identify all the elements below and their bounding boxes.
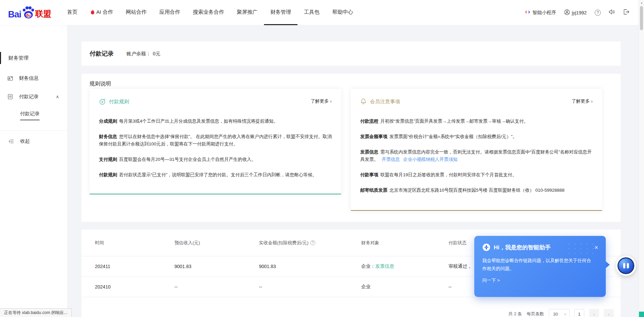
nav-item-search-cooperation[interactable]: 搜索业务合作 [186, 0, 230, 25]
invoice-info-table-link[interactable]: 发票信息 [375, 263, 394, 269]
help-button[interactable]: ? [595, 10, 601, 16]
member-notes-more-link[interactable]: 了解更多› [572, 98, 593, 104]
nav-item-finance-management[interactable]: 财务管理 [264, 0, 298, 25]
page-button-1[interactable]: 1 [574, 309, 584, 317]
cell-target: 企业 [361, 284, 448, 290]
coin-icon [99, 98, 106, 105]
note-invoice-info: 发票信息需与系统内发票信息内容完全一致，否则无法支付。请根据发票信息页面中“百度… [360, 148, 593, 163]
note-payment-flow: 付款流程月初按“发票信息”页面开具发票→上传发票→邮寄发票→审核→确认支付。 [360, 118, 593, 125]
ask-now-link[interactable]: 问一下 > [482, 277, 598, 283]
sidebar-item-payment-records[interactable]: 付款记录 ∧ [0, 93, 67, 100]
note-payment-matter: 付款事项联盟在每月19日之后签收的发票，付款时间安排在下个月首批支付。 [360, 171, 593, 179]
column-actual-amount: 实收金额(扣除税费后/元) ? [259, 240, 361, 246]
assistant-title: Hi，我是您的智能助手 [494, 244, 551, 251]
logout-button[interactable] [623, 9, 629, 16]
column-finance-target: 财务对象 [361, 240, 448, 246]
prev-page-button[interactable]: ‹ [589, 309, 599, 317]
payment-rules-card-title: 付款规则 [109, 99, 129, 105]
payment-rules-more-link[interactable]: 了解更多› [311, 98, 332, 104]
flame-icon [90, 9, 95, 15]
page-title: 付款记录 [90, 50, 114, 58]
nav-item-home[interactable]: 首页 [61, 0, 84, 25]
sidebar-item-finance-info[interactable]: 财务信息 [0, 75, 67, 81]
assistant-popup: Hi，我是您的智能助手 ✕ 我会帮助您诊断合作链路问题，以及解答您关于任何合作相… [474, 236, 606, 297]
page-scrollbar[interactable]: ▲ [639, 0, 644, 317]
cell-actual: 9001.83 [259, 264, 361, 269]
user-icon [564, 9, 570, 16]
announcement-button[interactable] [609, 9, 615, 16]
payment-rules-card: 付款规则 了解更多› 分成规则每月第3或4个工作日产出上月分成信息及发票信息，如… [90, 89, 341, 194]
balance-value: 0元 [153, 51, 161, 56]
top-navigation: Bai du 联盟 首页 AI 合作 网站合作 应用合作 搜索业务合作 聚屏推广… [0, 0, 639, 25]
rule-payment-status: 付款规则若付款状态显示“已支付”，说明联盟已安排了您的付款。支付后三个工作日内到… [99, 171, 332, 179]
member-notes-card: 会员注意事项 了解更多› 付款流程月初按“发票信息”页面开具发票→上传发票→邮寄… [351, 89, 602, 211]
cell-estimated: 9001.83 [174, 264, 259, 269]
cell-estimated: -- [174, 284, 259, 290]
assistant-popup-arrow [606, 261, 610, 268]
invoice-info-link[interactable]: 开票信息 [382, 157, 400, 162]
nav-item-help-center[interactable]: 帮助中心 [326, 0, 359, 25]
cell-time: 202411 [95, 264, 174, 269]
cell-time: 202410 [95, 284, 174, 290]
total-count: 共 2 条 [508, 311, 522, 317]
sidebar-divider [0, 130, 67, 131]
account-balance: 账户余额：0元 [126, 51, 160, 57]
compass-icon [482, 243, 490, 251]
note-invoice-amount: 发票金额事项发票票面“价税合计”金额=系统中“实收金额（扣除税费后/元）”。 [360, 133, 593, 140]
logout-icon [623, 9, 629, 16]
assistant-popup-header: Hi，我是您的智能助手 ✕ [482, 243, 598, 251]
column-estimated-income: 预估收入(元) [174, 240, 259, 246]
collapse-icon [8, 139, 14, 144]
nav-item-ai-cooperation[interactable]: AI 合作 [84, 0, 119, 25]
user-account[interactable]: jyj1992 [564, 9, 587, 16]
chevron-right-icon: › [591, 99, 593, 104]
small-taxpayer-link[interactable]: 企业小规模纳税人开票须知 [403, 157, 458, 162]
nav-item-website-cooperation[interactable]: 网站合作 [119, 0, 153, 25]
logo-text-union: 联盟 [35, 8, 51, 19]
next-page-button[interactable]: › [604, 309, 614, 317]
main-menu: 首页 AI 合作 网站合作 应用合作 搜索业务合作 聚屏推广 财务管理 工具包 … [61, 0, 359, 25]
sidebar-subitem-payment-records[interactable]: 付款记录 [0, 111, 67, 120]
rule-share: 分成规则每月第3或4个工作日产出上月分成信息及发票信息，如有特殊情况将提前通知。 [99, 118, 332, 125]
sidebar-collapse-button[interactable]: 收起 [0, 138, 67, 144]
payment-rules-card-header: 付款规则 了解更多› [99, 98, 332, 105]
baidu-union-logo[interactable]: Bai du 联盟 [8, 6, 51, 20]
logo-text-du: du [26, 13, 31, 18]
robot-face-icon [618, 257, 634, 274]
nav-right-tools: 智能小程序 jyj1992 ? [525, 9, 629, 16]
cell-actual: -- [259, 284, 361, 290]
column-time: 时间 [95, 240, 174, 246]
member-notes-card-title: 会员注意事项 [370, 99, 400, 105]
question-icon: ? [595, 10, 601, 16]
pagination: 共 2 条 每页条数 30 ∨ 1 ‹ › [508, 309, 614, 317]
close-icon[interactable]: ✕ [594, 245, 598, 251]
page-header-panel: 付款记录 账户余额：0元 [82, 42, 621, 66]
nav-item-toolkit[interactable]: 工具包 [298, 0, 326, 25]
rules-panel: 规则说明 付款规则 了解更多› 分成规则每月第3或4个工作日产出上月分成信息及发… [82, 74, 621, 222]
baidu-paw-icon: du [21, 6, 35, 20]
mini-program-icon [525, 9, 531, 16]
finance-info-icon [7, 75, 13, 81]
chevron-up-icon[interactable]: ∧ [56, 94, 59, 99]
nav-item-screen-promotion[interactable]: 聚屏推广 [230, 0, 264, 25]
bell-icon [360, 98, 367, 105]
assistant-message: 我会帮助您诊断合作链路问题，以及解答您关于任何合作相关的问题。 [482, 257, 593, 273]
rule-pay: 支付规则百度联盟会在每月20号—31号支付企业会员上个自然月产生的收入。 [99, 156, 332, 163]
note-mail-invoice: 邮寄纸质发票北京市海淀区西北旺东路10号院百度科技园5号楼 百度联盟财务组（收）… [360, 187, 593, 194]
nav-item-app-cooperation[interactable]: 应用合作 [153, 0, 186, 25]
rules-title: 规则说明 [90, 80, 621, 87]
scrollbar-corner-accent [639, 312, 644, 317]
select-caret-icon: ∨ [564, 312, 567, 316]
info-icon[interactable]: ? [310, 240, 315, 245]
assistant-avatar-button[interactable] [616, 256, 636, 276]
browser-status-message: 正在等待 xlab.baidu.com 的响应... [0, 308, 72, 317]
scrollbar-thumb[interactable] [640, 6, 643, 30]
page-size-select[interactable]: 30 ∨ [549, 309, 570, 317]
scroll-up-arrow-icon[interactable]: ▲ [639, 1, 644, 4]
sidebar-section-finance: 财务管理 [0, 53, 67, 63]
logo-text-bai: Bai [8, 9, 21, 20]
smart-mini-program-entry[interactable]: 智能小程序 [525, 9, 556, 16]
cell-target: 企业：发票信息 [361, 263, 448, 269]
chevron-right-icon: › [330, 99, 332, 104]
speaker-icon [609, 9, 615, 16]
